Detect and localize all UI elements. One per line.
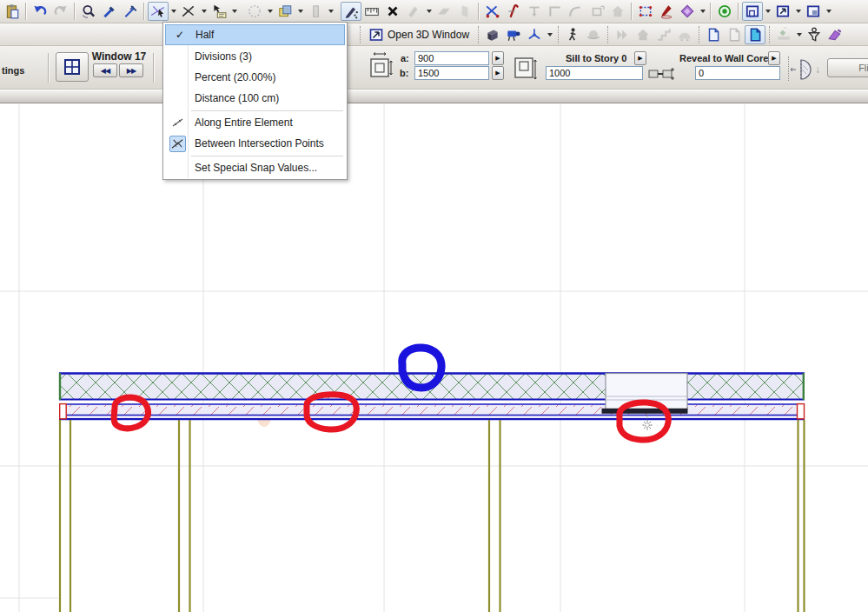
guide-lines-icon[interactable]	[148, 2, 169, 21]
walk-axis-icon[interactable]	[524, 25, 545, 44]
info-box-bar: tings Window 17 ◀◀ ▶▶ a: ▶ b: ▶ Sill to …	[0, 46, 868, 90]
window-tile-dropdown[interactable]	[824, 2, 833, 21]
next-window-button[interactable]: ▶▶	[119, 63, 143, 77]
guide-lines-dropdown[interactable]	[169, 2, 178, 21]
width-a-input[interactable]	[414, 51, 489, 65]
layers-icon[interactable]	[275, 2, 295, 21]
corner-gray-icon[interactable]	[545, 2, 566, 21]
flip-button[interactable]: Flip	[827, 58, 868, 77]
trim-icon[interactable]	[503, 2, 524, 21]
parameters-icon[interactable]	[724, 25, 745, 44]
menu-item-set-special-snap-values[interactable]: Set Special Snap Values...	[165, 157, 345, 178]
snap-elements-icon[interactable]	[341, 2, 361, 21]
morph-dropdown[interactable]	[698, 2, 707, 21]
elevate-gray-icon[interactable]	[454, 2, 475, 21]
reveal-options-button[interactable]: ▶	[768, 51, 780, 65]
syringe-icon[interactable]	[120, 2, 141, 21]
window-size-icon	[368, 50, 394, 82]
element-info-icon[interactable]	[209, 2, 229, 21]
walk-icon[interactable]	[562, 25, 583, 44]
wall-element[interactable]	[59, 373, 805, 419]
grid-snap-icon[interactable]	[244, 2, 265, 21]
window-float-icon[interactable]	[742, 2, 763, 21]
menu-item-label: Half	[195, 29, 214, 41]
morph-icon[interactable]	[677, 2, 698, 21]
measure-icon[interactable]	[361, 2, 382, 21]
menu-item-distance[interactable]: Distance (100 cm)	[165, 88, 345, 109]
open-3d-window-button[interactable]: Open 3D Window	[364, 26, 474, 43]
undo-icon[interactable]	[30, 2, 50, 21]
window-float-dropdown[interactable]	[763, 2, 772, 21]
separator	[74, 3, 76, 20]
sill-options-button[interactable]: ▶	[634, 51, 646, 65]
inject-parameters-icon[interactable]	[745, 25, 765, 44]
stairs-gray-icon[interactable]	[653, 25, 674, 44]
stretch-icon[interactable]	[635, 2, 656, 21]
filter-icon[interactable]	[804, 25, 825, 44]
home-story-icon[interactable]	[607, 2, 628, 21]
grid-snap-dropdown[interactable]	[265, 2, 275, 21]
band-left-cap	[60, 404, 67, 419]
menu-item-half[interactable]: ✓ Half	[165, 24, 345, 45]
rotate-gray-icon[interactable]	[403, 2, 424, 21]
a-options-button[interactable]: ▶	[492, 51, 504, 65]
window-opening-element[interactable]	[602, 374, 688, 414]
adjust-icon[interactable]	[524, 2, 545, 21]
paste-icon[interactable]	[2, 2, 23, 21]
forward-gray-icon[interactable]	[612, 25, 633, 44]
menu-item-label: Between Intersection Points	[195, 137, 324, 150]
menu-item-percent[interactable]: Percent (20.00%)	[165, 67, 345, 88]
window-settings-button[interactable]	[56, 52, 89, 82]
drop-marker-icon[interactable]	[773, 25, 794, 44]
pickup-parameters-icon[interactable]	[703, 25, 724, 44]
camera-icon[interactable]	[503, 25, 524, 44]
column-gray-dropdown[interactable]	[326, 2, 335, 21]
rotate-gray-dropdown[interactable]	[424, 2, 434, 21]
render-icon[interactable]	[714, 2, 735, 21]
annotate-pen-icon[interactable]	[656, 2, 677, 21]
redo-icon[interactable]	[50, 2, 71, 21]
window-3d-icon[interactable]	[772, 2, 793, 21]
resize-gray-icon[interactable]	[586, 2, 607, 21]
height-b-input[interactable]	[414, 66, 489, 80]
drop-marker-dropdown[interactable]	[794, 25, 804, 44]
columns[interactable]	[60, 420, 805, 612]
snap-special-icon[interactable]	[178, 2, 199, 21]
element-info-dropdown[interactable]	[229, 2, 239, 21]
home-gray-icon[interactable]	[633, 25, 653, 44]
split-icon[interactable]	[482, 2, 503, 21]
sill-to-story-input[interactable]	[546, 66, 643, 80]
fillet-gray-icon[interactable]	[566, 2, 586, 21]
wall-diagonal-hatch	[59, 405, 805, 415]
right-arrow-icon: ▶	[495, 55, 500, 61]
axonometry-icon[interactable]	[482, 25, 503, 44]
mirror-gray-icon[interactable]	[434, 2, 454, 21]
special-snap-points-menu: ✓ Half Divisions (3) Percent (20.00%) Di…	[162, 22, 348, 180]
right-arrow-icon: ▶	[772, 55, 776, 61]
band-right-cap	[798, 404, 805, 419]
layers-dropdown[interactable]	[295, 2, 305, 21]
drawing-canvas[interactable]	[0, 104, 868, 612]
window-tile-icon[interactable]	[803, 2, 824, 21]
zoom-rotate-icon[interactable]	[78, 2, 99, 21]
eyedropper-icon[interactable]	[99, 2, 120, 21]
down-arrow-icon: ↓	[815, 63, 820, 76]
delete-icon[interactable]	[382, 2, 403, 21]
menu-item-divisions[interactable]: Divisions (3)	[165, 46, 345, 67]
walk-axis-dropdown[interactable]	[545, 25, 554, 44]
open-3d-icon	[369, 28, 383, 42]
menu-item-along-entire-element[interactable]: Along Entire Element	[165, 112, 345, 133]
reveal-input[interactable]	[695, 66, 780, 80]
window-sill	[602, 409, 688, 414]
separator	[769, 26, 770, 43]
b-options-button[interactable]: ▶	[492, 66, 504, 80]
paint-icon[interactable]	[825, 25, 845, 44]
window-3d-dropdown[interactable]	[793, 2, 803, 21]
previous-window-button[interactable]: ◀◀	[93, 63, 117, 77]
menu-item-between-intersection-points[interactable]: Between Intersection Points	[165, 133, 345, 154]
column-gray-icon[interactable]	[305, 2, 326, 21]
orbit-icon[interactable]	[583, 25, 604, 44]
flip-button-label: Flip	[858, 63, 868, 73]
snap-special-dropdown[interactable]	[199, 2, 209, 21]
dome-gray-icon[interactable]	[674, 25, 695, 44]
